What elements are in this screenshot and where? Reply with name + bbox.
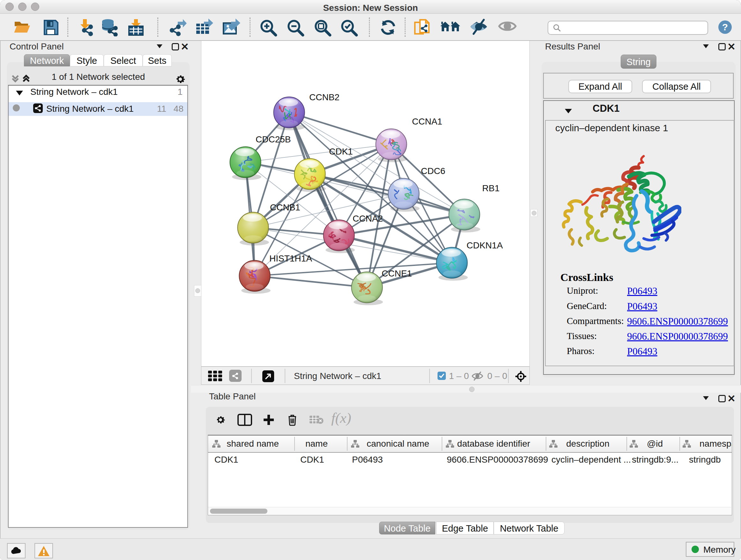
svg-text:CCNA2: CCNA2 [353, 213, 383, 224]
svg-text:CCNB2: CCNB2 [309, 92, 340, 102]
svg-text:HIST1H1A: HIST1H1A [269, 253, 312, 263]
svg-text:CDKN1A: CDKN1A [467, 240, 503, 250]
svg-text:CDK1: CDK1 [329, 146, 353, 157]
svg-text:CDC6: CDC6 [421, 166, 445, 176]
svg-text:RB1: RB1 [482, 183, 499, 193]
svg-text:CCNA1: CCNA1 [412, 117, 442, 126]
svg-text:CDC25B: CDC25B [256, 134, 291, 144]
svg-text:CCNE1: CCNE1 [382, 268, 412, 278]
svg-text:CCNB1: CCNB1 [270, 202, 300, 212]
